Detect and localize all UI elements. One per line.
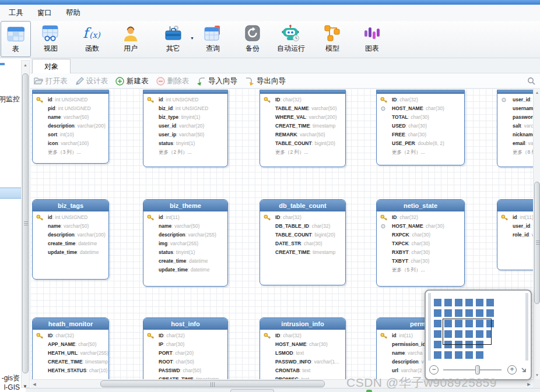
- field-row: PASSWD_INFO: varchar(1...: [260, 358, 345, 366]
- table-card-netio_state[interactable]: netio_stateID: char(32)HOST_NAME: char(3…: [376, 199, 465, 287]
- zoom-slider-handle[interactable]: [475, 365, 480, 375]
- menu-item-2[interactable]: 帮助: [66, 8, 80, 18]
- objbar-button-label: 新建表: [127, 76, 149, 86]
- objbar-button-new-table[interactable]: 新建表: [115, 76, 149, 86]
- delete-table-icon: [156, 77, 165, 86]
- table-card-biz_tags[interactable]: biz_tagsid: int UNSIGNEDname: varchar(50…: [32, 199, 109, 280]
- field-name: PASSWD: [159, 368, 180, 373]
- field-name: RXBYT: [392, 249, 409, 255]
- field-row: HOST_NAME: char(30): [377, 104, 464, 113]
- field-row: CREATE_TIME: timestamp: [143, 375, 227, 379]
- sidebar-scrollbar[interactable]: ▲: [21, 60, 30, 388]
- field-type: : varchar(2: [398, 368, 422, 373]
- object-toolbar: 打开表设计表新建表删除表导入向导导出向导: [30, 73, 540, 89]
- toolbar-button-function[interactable]: f(x)函数: [74, 21, 110, 57]
- vertical-scrollbar[interactable]: ▲ ▼: [533, 89, 540, 379]
- toolbar-button-user[interactable]: 用户: [115, 21, 146, 57]
- menu-item-0[interactable]: 工具: [9, 8, 23, 18]
- svg-text:(x): (x): [89, 30, 101, 40]
- chevron-down-icon[interactable]: ▼: [23, 384, 27, 389]
- table-card-biz_theme[interactable]: biz_themeid: int(11)name: varchar(50)des…: [143, 199, 228, 287]
- objbar-button-import-wizard[interactable]: 导入向导: [197, 76, 237, 86]
- field-row: ID: char(32): [260, 331, 345, 340]
- field-list: id: int(11)name: varchar(50)description:…: [143, 211, 227, 274]
- table-card-heath_monitor[interactable]: heath_monitorID: char(32)APP_NAME: char(…: [32, 317, 109, 379]
- minimap-table-dot: [434, 320, 441, 327]
- tab-bar: 对象: [30, 58, 540, 73]
- toolbar-button-backup[interactable]: 备份: [237, 21, 268, 57]
- table-card-db_table_count[interactable]: db_table_countID: char(32)DB_TABLE_ID: c…: [260, 199, 346, 285]
- table-card-cropped[interactable]: id: int UNSIGNEDbiz_id: int UNSIGNEDbiz_…: [143, 90, 228, 167]
- field-row: description: varchar(100): [33, 231, 108, 239]
- search-icon[interactable]: [527, 77, 535, 87]
- objbar-button-export-wizard[interactable]: 导出向导: [245, 76, 286, 86]
- tab-objects[interactable]: 对象: [32, 59, 71, 73]
- sidebar-scrollbar-thumb[interactable]: [22, 73, 29, 373]
- menu-item-1[interactable]: 窗口: [37, 8, 52, 18]
- sidebar-selected-item[interactable]: [0, 188, 21, 199]
- field-type: : int(11): [397, 333, 413, 338]
- field-row: status: tinyint(1): [143, 248, 227, 257]
- field-type: : char(30): [306, 341, 327, 347]
- field-type: : datetime: [77, 249, 99, 255]
- field-name: icon: [48, 140, 58, 146]
- scroll-left-icon[interactable]: ◀: [30, 380, 38, 389]
- sidebar-item-fragment[interactable]: -gis资: [2, 373, 20, 383]
- field-type: : char(32): [280, 333, 301, 338]
- field-row: img: varchar(255): [143, 239, 227, 248]
- zoom-out-button[interactable]: −: [429, 365, 439, 375]
- sidebar-item-fragment[interactable]: 明监控: [0, 94, 20, 104]
- field-row: update_time: datetime: [143, 266, 227, 274]
- table-card-intrusion_info[interactable]: intrusion_infoID: char(32)HOST_NAME: cha…: [260, 317, 346, 379]
- resize-icon[interactable]: [520, 365, 527, 376]
- field-type: : varchar(200): [306, 114, 337, 120]
- field-name: HEATH_URL: [48, 350, 78, 356]
- minimap-viewport-rect[interactable]: [443, 319, 492, 345]
- minimap-table-dot: [444, 299, 452, 306]
- table-card-host_info[interactable]: host_infoID: char(32)IP: char(30)PORT: c…: [143, 317, 228, 379]
- vertical-scrollbar-thumb[interactable]: [534, 182, 540, 304]
- field-type: : datetime: [186, 258, 208, 264]
- toolbar-button-view[interactable]: 视图: [36, 21, 66, 57]
- automation-icon: [281, 23, 301, 43]
- toolbar-button-table[interactable]: 表: [1, 21, 31, 57]
- toolbar-button-model[interactable]: 模型: [317, 21, 348, 57]
- sidebar-item-fragment[interactable]: l-GIS: [4, 383, 20, 391]
- table-card-cropped[interactable]: id: int UNSIGNEDpid: int UNSIGNEDname: v…: [32, 90, 109, 164]
- horizontal-scrollbar-thumb[interactable]: [100, 380, 325, 387]
- field-list: id: int UNSIGNEDpid: int UNSIGNEDname: v…: [33, 94, 108, 157]
- toolbar-button-automation[interactable]: 自动运行: [271, 21, 311, 57]
- field-name: USED: [392, 123, 406, 129]
- table-card-cropped[interactable]: user_id: vusernamepasswordsalt: varchnic…: [497, 90, 533, 167]
- more-fields-row: 更多（8 列: [497, 148, 533, 157]
- field-type: : varchar(200): [75, 123, 106, 129]
- zoom-in-button[interactable]: +: [507, 365, 517, 375]
- table-card-cropped[interactable]: ID: char(32)HOST_NAME: char(30)TOTAL: ch…: [376, 90, 465, 165]
- field-type: : char(30): [163, 341, 184, 347]
- minimap-table-dot: [434, 341, 441, 348]
- field-type: : int UNSIGNED: [163, 97, 199, 103]
- zoom-slider[interactable]: [443, 369, 502, 370]
- scroll-up-icon[interactable]: ▲: [22, 61, 29, 69]
- table-title: heath_monitor: [33, 318, 108, 330]
- field-name: role_id: [513, 232, 529, 238]
- field-name: status: [159, 140, 173, 146]
- chevron-down-icon[interactable]: ▼: [190, 36, 194, 40]
- field-name: LSMOD: [275, 350, 293, 356]
- toolbar-button-others[interactable]: ▼其它: [155, 21, 192, 57]
- toolbar-button-chart[interactable]: 图表: [356, 21, 388, 57]
- scroll-down-icon[interactable]: ▼: [534, 371, 540, 379]
- field-row: name: varchar(50): [33, 222, 108, 231]
- objbar-button-label: 设计表: [86, 76, 108, 86]
- field-name: ID: [159, 333, 164, 338]
- table-card-cropped[interactable]: ID: char(32)TABLE_NAME: varchar(50)WHERE…: [260, 90, 346, 167]
- scroll-right-icon[interactable]: ▶: [525, 380, 533, 389]
- field-type: : double(8, 2): [415, 140, 444, 146]
- diamond-icon: [380, 223, 388, 230]
- field-row: HOST_NAME: char(30): [260, 340, 345, 349]
- field-type: : text: [300, 368, 310, 373]
- scroll-up-icon[interactable]: ▲: [534, 89, 540, 97]
- table-card-use[interactable]: useid: int(11)user_id: vrole_id: va: [497, 199, 533, 270]
- toolbar-button-query[interactable]: 查询: [198, 21, 228, 57]
- field-name: id: [159, 214, 163, 220]
